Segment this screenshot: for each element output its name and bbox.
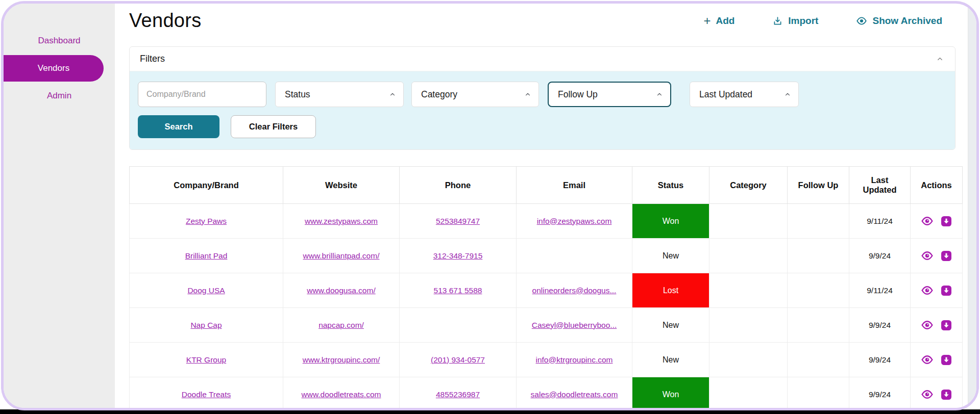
archive-vendor-icon[interactable]: [940, 319, 952, 331]
sidebar-item-dashboard[interactable]: Dashboard: [4, 29, 115, 53]
status-badge: New: [632, 343, 709, 377]
column-header: Last Updated: [849, 167, 911, 204]
filters-body: Status Category Follow Up: [130, 71, 955, 149]
sidebar-item-admin[interactable]: Admin: [4, 84, 115, 108]
chevron-up-icon: [784, 91, 791, 98]
category-cell: [709, 377, 788, 411]
email-link[interactable]: Caseyl@blueberryboo...: [532, 321, 617, 329]
view-vendor-eye-icon[interactable]: [921, 319, 934, 331]
actions-cell: [911, 308, 962, 342]
phone-link[interactable]: (201) 934-0577: [431, 355, 485, 364]
show-archived-button[interactable]: Show Archived: [856, 15, 942, 27]
import-icon: [772, 16, 783, 27]
import-button[interactable]: Import: [772, 15, 818, 27]
website-link[interactable]: www.zestypaws.com: [305, 217, 378, 225]
view-vendor-eye-icon[interactable]: [921, 353, 934, 366]
last-updated-cell: 9/11/24: [849, 204, 911, 239]
status-dropdown-label: Status: [285, 89, 310, 100]
add-button-label: Add: [716, 15, 734, 27]
phone-link[interactable]: 5253849747: [436, 217, 480, 225]
company-link[interactable]: Brilliant Pad: [185, 251, 228, 260]
column-header: Email: [517, 167, 632, 204]
archive-vendor-icon[interactable]: [940, 250, 952, 262]
last-updated-cell: 9/9/24: [849, 239, 911, 273]
column-header: Status: [632, 167, 709, 204]
view-vendor-eye-icon[interactable]: [921, 284, 934, 297]
follow-up-cell: [788, 239, 849, 273]
email-link[interactable]: info@zestypaws.com: [537, 217, 612, 225]
follow-up-dropdown[interactable]: Follow Up: [548, 82, 671, 107]
column-header: Actions: [911, 167, 963, 204]
archive-vendor-icon[interactable]: [940, 354, 952, 366]
email-link[interactable]: sales@doodletreats.com: [531, 390, 618, 399]
eye-icon: [856, 15, 867, 27]
filter-controls: Status Category Follow Up: [138, 82, 947, 107]
view-vendor-eye-icon[interactable]: [921, 388, 934, 401]
table-row: Nap Capnapcap.com/Caseyl@blueberryboo...…: [130, 308, 963, 343]
column-header: Company/Brand: [130, 167, 283, 204]
category-cell: [709, 204, 788, 239]
last-updated-dropdown[interactable]: Last Updated: [690, 82, 799, 107]
last-updated-cell: 9/11/24: [849, 273, 911, 308]
actions-cell: [911, 204, 962, 238]
sidebar: Dashboard Vendors Admin: [4, 4, 115, 408]
company-link[interactable]: Doog USA: [187, 286, 225, 295]
company-link[interactable]: Doodle Treats: [182, 390, 231, 399]
header-actions: + Add Import: [703, 15, 955, 27]
collapse-chevron-icon[interactable]: [936, 55, 944, 63]
phone-link[interactable]: 513 671 5588: [434, 286, 482, 295]
last-updated-cell: 9/9/24: [849, 377, 911, 411]
page-title: Vendors: [129, 10, 202, 32]
company-brand-input[interactable]: [138, 82, 266, 107]
search-button[interactable]: Search: [138, 115, 219, 138]
website-link[interactable]: www.brilliantpad.com/: [303, 251, 380, 260]
sidebar-item-vendors[interactable]: Vendors: [4, 55, 104, 82]
follow-up-dropdown-label: Follow Up: [558, 89, 598, 100]
app-window: Dashboard Vendors Admin Vendors + Add Im…: [1, 1, 979, 410]
category-cell: [709, 273, 788, 308]
email-link[interactable]: info@ktrgroupinc.com: [536, 355, 613, 364]
website-link[interactable]: www.doogusa.com/: [307, 286, 375, 295]
view-vendor-eye-icon[interactable]: [921, 215, 934, 227]
category-cell: [709, 343, 788, 377]
archive-vendor-icon[interactable]: [940, 215, 952, 227]
website-link[interactable]: napcap.com/: [318, 321, 364, 329]
table-row: Doog USAwww.doogusa.com/513 671 5588onli…: [130, 273, 963, 308]
category-cell: [709, 239, 788, 273]
clear-filters-button[interactable]: Clear Filters: [231, 115, 316, 138]
website-link[interactable]: www.ktrgroupinc.com/: [303, 355, 380, 364]
view-vendor-eye-icon[interactable]: [921, 249, 934, 262]
follow-up-cell: [788, 308, 849, 343]
main-content: Vendors + Add Import: [115, 4, 968, 408]
last-updated-dropdown-label: Last Updated: [699, 89, 752, 100]
table-row: Zesty Pawswww.zestypaws.com5253849747inf…: [130, 204, 963, 239]
category-cell: [709, 308, 788, 343]
add-button[interactable]: + Add: [703, 15, 734, 27]
chevron-up-icon: [389, 91, 396, 98]
filters-title: Filters: [140, 54, 165, 64]
scrollbar[interactable]: [968, 4, 976, 408]
table-row: Doodle Treatswww.doodletreats.com4855236…: [130, 377, 963, 411]
status-dropdown[interactable]: Status: [275, 82, 404, 107]
actions-cell: [911, 273, 962, 307]
filters-header[interactable]: Filters: [130, 47, 955, 71]
follow-up-cell: [788, 343, 849, 377]
category-dropdown[interactable]: Category: [411, 82, 539, 107]
archive-vendor-icon[interactable]: [940, 284, 952, 297]
follow-up-cell: [788, 377, 849, 411]
actions-cell: [911, 239, 962, 273]
actions-cell: [911, 343, 962, 377]
company-link[interactable]: Nap Cap: [190, 321, 222, 329]
company-link[interactable]: KTR Group: [186, 355, 226, 364]
phone-link[interactable]: 4855236987: [436, 390, 480, 399]
status-badge: Won: [632, 377, 709, 410]
website-link[interactable]: www.doodletreats.com: [302, 390, 381, 399]
company-link[interactable]: Zesty Paws: [186, 217, 227, 225]
page-header: Vendors + Add Import: [129, 10, 955, 41]
plus-icon: +: [703, 15, 710, 27]
phone-link[interactable]: 312-348-7915: [433, 251, 483, 260]
email-link[interactable]: onlineorders@doogus...: [532, 286, 617, 295]
column-header: Website: [283, 167, 400, 204]
status-badge: New: [632, 239, 709, 273]
archive-vendor-icon[interactable]: [940, 389, 952, 401]
